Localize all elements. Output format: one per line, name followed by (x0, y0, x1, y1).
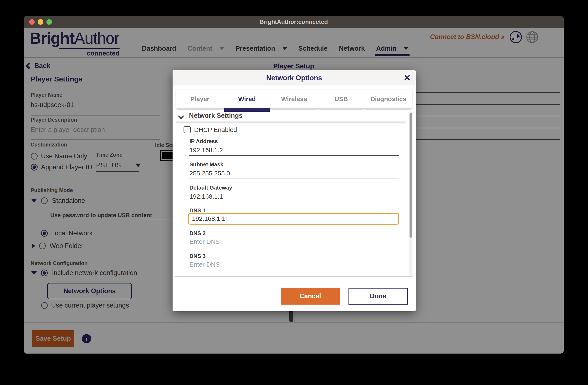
field-label: IP Address (189, 138, 218, 144)
tab-label: Player (190, 95, 209, 102)
tab-underline (366, 108, 410, 110)
field-value[interactable]: 192.168.1.1 (189, 193, 223, 200)
collapse-chevron-icon[interactable] (179, 114, 183, 118)
field-underline (189, 270, 399, 270)
checkbox-icon[interactable] (184, 126, 191, 133)
tab-label: Diagnostics (370, 95, 406, 102)
field-underline (189, 202, 399, 202)
tab-underline (178, 108, 222, 110)
tab-player[interactable]: Player (176, 90, 223, 108)
modal-tabs: Player Wired Wireless USB (176, 90, 412, 108)
done-button[interactable]: Done (349, 288, 408, 304)
tab-label: USB (335, 95, 348, 102)
titlebar: BrightAuthor:connected (24, 16, 564, 28)
tab-wired[interactable]: Wired (223, 90, 271, 108)
content-bottom-divider (175, 277, 413, 277)
tab-wireless[interactable]: Wireless (271, 90, 318, 108)
cancel-button[interactable]: Cancel (281, 288, 340, 304)
modal-scrollbar-thumb[interactable] (410, 113, 412, 238)
tab-label: Wireless (281, 95, 307, 102)
tab-underline (319, 108, 363, 110)
network-options-modal: Network Options Player Wired (172, 70, 416, 311)
field-label: DNS 2 (189, 230, 206, 237)
field-placeholder[interactable]: Enter DNS (189, 261, 220, 268)
modal-title: Network Options (172, 74, 416, 82)
tab-underline-active (224, 108, 270, 112)
modal-header: Network Options (172, 70, 416, 85)
field-value[interactable]: 192.168.1.2 (189, 146, 223, 154)
field-label: DNS 3 (189, 253, 206, 259)
field-placeholder[interactable]: Enter DNS (189, 238, 220, 245)
dhcp-checkbox-row[interactable]: DHCP Enabled (184, 126, 237, 133)
window-title: BrightAuthor:connected (24, 19, 564, 25)
tab-label: Wired (238, 95, 256, 102)
text-cursor (226, 215, 226, 222)
tab-usb[interactable]: USB (318, 90, 365, 108)
desktop: BrightAuthor:connected BrightAuthor conn… (0, 0, 588, 385)
tab-underline (272, 108, 316, 110)
app-window: BrightAuthor:connected BrightAuthor conn… (24, 16, 564, 354)
section-title: Network Settings (189, 112, 242, 120)
field-underline (189, 247, 399, 247)
dhcp-label: DHCP Enabled (194, 126, 237, 133)
field-underline (189, 155, 399, 156)
field-value: 192.168.1.1 (192, 215, 225, 222)
field-label: Default Gateway (189, 184, 232, 191)
tab-diagnostics[interactable]: Diagnostics (365, 90, 412, 108)
field-underline (189, 179, 399, 179)
field-label: Subnet Mask (189, 161, 223, 168)
dns1-input-focused[interactable]: 192.168.1.1 (188, 213, 399, 224)
section-divider (176, 122, 406, 122)
page: BrightAuthor connected Dashboard Content… (24, 28, 564, 354)
close-icon[interactable] (403, 74, 411, 81)
field-value[interactable]: 255.255.255.0 (189, 170, 230, 177)
